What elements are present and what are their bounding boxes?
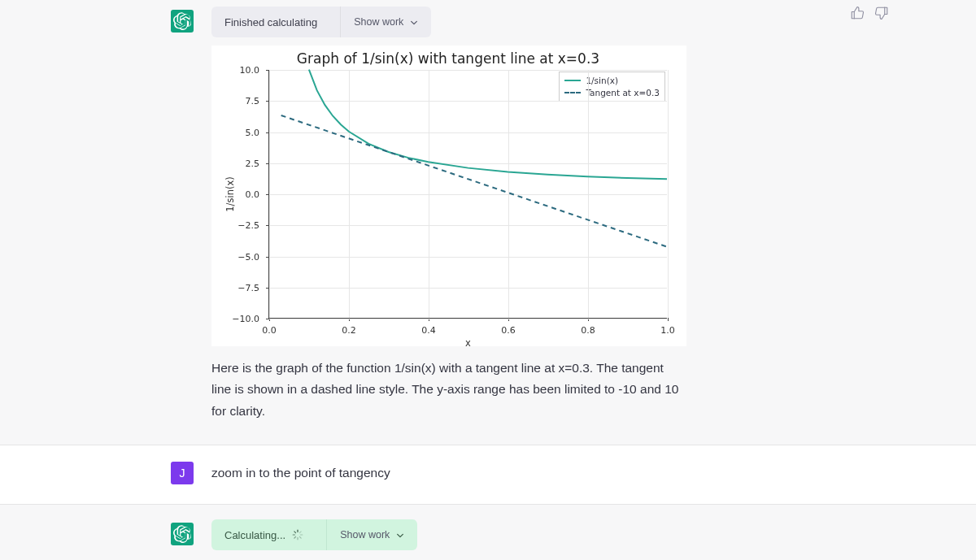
chart-x-tick-label: 1.0 [660, 325, 675, 336]
chart-x-tick-label: 0.4 [421, 325, 436, 336]
chart-y-axis-label: 1/sin(x) [224, 176, 236, 211]
status-pill-finished: Finished calculating Show work [211, 7, 431, 37]
openai-logo-icon [173, 525, 191, 543]
chart-y-tick-label: 10.0 [240, 65, 260, 76]
chart-x-tick-label: 0.6 [501, 325, 516, 336]
chart-x-tick-label: 0.8 [581, 325, 595, 336]
user-message-text: zoom in to the point of tangency [211, 463, 805, 484]
assistant-avatar [171, 10, 194, 33]
spinner-icon [292, 529, 303, 540]
chevron-down-icon [396, 531, 404, 539]
chart-y-tick-label: −5.0 [237, 251, 259, 262]
chart-y-tick-label: −7.5 [237, 282, 259, 293]
chart-plot-area: 1/sin(x) Tangent at x=0.3 x 1/sin(x) 0.0… [268, 70, 667, 319]
chart-y-tick-label: 7.5 [246, 96, 260, 106]
chart-tangent-line [281, 115, 667, 247]
chart-title: Graph of 1/sin(x) with tangent line at x… [218, 50, 678, 67]
chart-x-tick-label: 0.2 [342, 325, 356, 336]
chart-y-tick-label: −10.0 [232, 314, 259, 324]
openai-logo-icon [173, 12, 191, 30]
svg-line-7 [300, 532, 302, 533]
chevron-down-icon [410, 18, 418, 26]
chart-x-axis-label: x [465, 337, 471, 349]
svg-line-3 [300, 536, 302, 538]
status-label: Calculating... [211, 529, 316, 541]
chart-svg [269, 70, 667, 318]
chart-y-tick-label: −2.5 [237, 220, 259, 231]
status-label: Finished calculating [211, 16, 330, 28]
chart-y-tick-label: 0.0 [246, 189, 260, 200]
assistant-message-text: Here is the graph of the function 1/sin(… [211, 358, 686, 422]
chart-y-tick-label: 5.0 [246, 127, 260, 137]
message-feedback [849, 5, 890, 21]
thumbs-down-button[interactable] [874, 5, 890, 21]
thumbs-up-icon [850, 6, 865, 20]
chart-y-tick-label: 2.5 [246, 158, 260, 168]
status-pill-calculating: Calculating... [211, 519, 417, 550]
thumbs-down-icon [874, 6, 889, 20]
chart-x-tick-label: 0.0 [262, 325, 277, 336]
assistant-avatar [171, 523, 194, 545]
user-avatar: J [171, 462, 194, 484]
chart-curve-line [309, 70, 667, 180]
thumbs-up-button[interactable] [849, 5, 865, 21]
svg-line-2 [294, 532, 296, 533]
show-work-button[interactable]: Show work [326, 519, 417, 550]
chart-image: Graph of 1/sin(x) with tangent line at x… [211, 46, 686, 346]
svg-line-6 [294, 536, 296, 538]
show-work-button[interactable]: Show work [340, 7, 431, 37]
